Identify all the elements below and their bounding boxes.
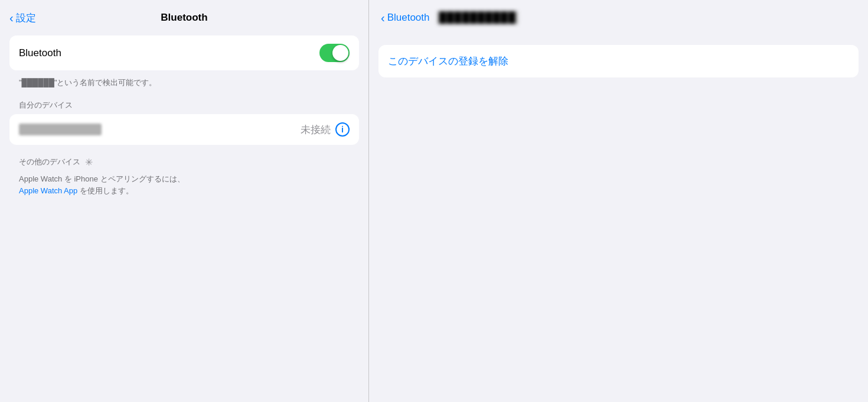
left-nav-bar: ‹ 設定 Bluetooth — [0, 0, 368, 35]
apple-watch-description: Apple Watch を iPhone とペアリングするには、 — [19, 174, 185, 183]
other-devices-label: その他のデバイス — [19, 157, 80, 167]
bluetooth-toggle-label: Bluetooth — [19, 47, 61, 59]
bluetooth-toggle-row: Bluetooth — [9, 35, 359, 70]
left-content: Bluetooth "██████"という名前で検出可能です。 自分のデバイス … — [0, 35, 368, 402]
device-status-group: 未接続 i — [301, 122, 350, 137]
apple-watch-description-end: を使用します。 — [80, 186, 133, 195]
loading-spinner-icon — [85, 157, 96, 167]
right-page-title: ██████████ — [437, 11, 518, 25]
device-status: 未接続 — [301, 123, 331, 137]
right-content: このデバイスの登録を解除 — [369, 35, 868, 87]
apple-watch-text: Apple Watch を iPhone とペアリングするには、 Apple W… — [9, 170, 359, 196]
right-back-chevron-icon: ‹ — [381, 12, 385, 24]
right-nav-bar: ‹ Bluetooth ██████████ — [369, 0, 868, 35]
forget-device-button[interactable]: このデバイスの登録を解除 — [388, 54, 849, 68]
my-devices-label: 自分のデバイス — [9, 95, 359, 114]
device-row: ██████████ 未接続 i — [9, 114, 359, 145]
right-panel: ‹ Bluetooth ██████████ このデバイスの登録を解除 — [369, 0, 868, 402]
discoverable-text: "██████"という名前で検出可能です。 — [9, 75, 359, 95]
other-devices-section: その他のデバイス — [9, 150, 359, 170]
discoverable-message: "██████"という名前で検出可能です。 — [19, 78, 157, 87]
back-chevron-icon: ‹ — [9, 12, 14, 24]
left-panel: ‹ 設定 Bluetooth Bluetooth "██████"という名前で検… — [0, 0, 369, 402]
back-label: 設定 — [16, 11, 36, 25]
apple-watch-app-link[interactable]: Apple Watch App — [19, 186, 77, 195]
page-title: Bluetooth — [161, 12, 207, 24]
device-name: ██████████ — [19, 124, 102, 135]
bluetooth-toggle-switch[interactable] — [319, 44, 350, 62]
forget-device-card: このデバイスの登録を解除 — [378, 45, 859, 77]
device-info-button[interactable]: i — [335, 122, 350, 137]
bluetooth-toggle-card: Bluetooth — [9, 35, 359, 70]
right-back-label: Bluetooth — [387, 12, 430, 24]
my-devices-card: ██████████ 未接続 i — [9, 114, 359, 145]
back-button[interactable]: ‹ 設定 — [9, 11, 36, 25]
toggle-knob — [332, 45, 348, 61]
right-back-button[interactable]: ‹ Bluetooth — [381, 12, 430, 24]
